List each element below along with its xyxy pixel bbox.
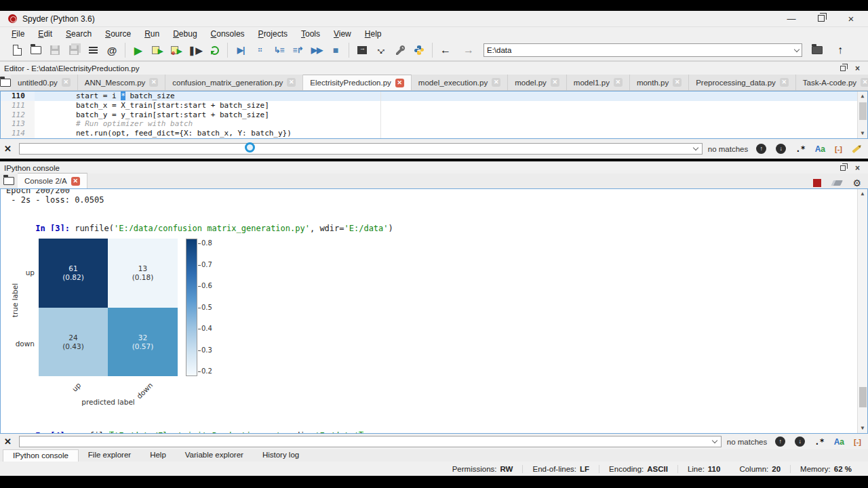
close-tab-icon[interactable]: ✕ [780, 78, 789, 87]
undock-pane-icon[interactable] [840, 66, 846, 71]
clear-console-icon[interactable] [831, 180, 844, 186]
console-scrollbar-thumb[interactable] [859, 387, 867, 407]
minimize-button[interactable]: — [787, 14, 796, 24]
bottom-tab-help[interactable]: Help [140, 449, 176, 462]
find-history-chevron-icon[interactable] [711, 438, 717, 443]
close-pane-icon[interactable]: × [855, 64, 860, 73]
tab-task-a-code[interactable]: Task-A-code.py✕ [796, 75, 868, 90]
regex-toggle-icon[interactable]: .* [795, 144, 805, 154]
parent-directory-button[interactable]: ↑ [832, 42, 848, 58]
debug-step-into-button[interactable]: ↳≡ [271, 42, 287, 58]
tab-electrisitypreduction[interactable]: ElectrisityPreduction.py✕ [303, 75, 412, 90]
browse-tabs-button[interactable] [0, 75, 11, 90]
tab-ann-mescom[interactable]: ANN_Mescom.py✕ [78, 75, 165, 90]
close-tab-icon[interactable]: ✕ [149, 78, 158, 87]
menu-tools[interactable]: Tools [295, 28, 326, 39]
close-pane-icon[interactable]: × [855, 163, 860, 173]
code-line-111[interactable]: 111 batch_x = X_train[start:start + batc… [1, 101, 867, 110]
tab-untitled0[interactable]: untitled0.py✕ [11, 75, 78, 90]
open-file-button[interactable] [28, 42, 44, 58]
debug-continue-button[interactable]: ▶▶ [309, 42, 325, 58]
whole-word-toggle-icon[interactable]: [-] [854, 438, 861, 446]
scroll-down-icon[interactable]: ▼ [858, 424, 867, 433]
file-switcher-button[interactable] [85, 42, 101, 58]
tab-model[interactable]: model.py✕ [508, 75, 567, 90]
working-directory-combo[interactable]: E:\data [484, 43, 802, 57]
tab-month[interactable]: month.py✕ [630, 75, 689, 90]
tab-preprocessing-data[interactable]: Preprocessing_data.py✕ [689, 75, 796, 90]
tab-model-execution[interactable]: model_execution.py✕ [412, 75, 508, 90]
bottom-tab-file-explorer[interactable]: File explorer [79, 449, 140, 462]
case-sensitive-toggle-icon[interactable]: Aa [834, 437, 844, 447]
browse-directory-button[interactable] [809, 42, 825, 58]
highlight-matches-icon[interactable] [852, 144, 861, 152]
interrupt-kernel-icon[interactable] [813, 179, 821, 187]
menu-source[interactable]: Source [99, 28, 137, 39]
run-cell-advance-button[interactable]: ▶e [168, 42, 184, 58]
menu-projects[interactable]: Projects [252, 28, 294, 39]
console-scrollbar[interactable]: ▲ ▼ [857, 189, 867, 433]
restore-button[interactable] [816, 14, 826, 24]
regex-toggle-icon[interactable]: .* [814, 437, 824, 447]
menu-view[interactable]: View [328, 28, 357, 39]
whole-word-toggle-icon[interactable]: [-] [835, 145, 842, 153]
code-line-114[interactable]: 114 net.run(opt, feed_dict={X: batch_x, … [1, 129, 867, 138]
run-cell-button[interactable]: ▶ [149, 42, 165, 58]
python-env-button[interactable] [411, 42, 427, 58]
close-find-icon[interactable]: ✕ [4, 144, 14, 154]
menu-search[interactable]: Search [60, 28, 98, 39]
menu-file[interactable]: File [5, 28, 31, 39]
close-tab-icon[interactable]: ✕ [861, 78, 868, 87]
debug-step-button[interactable]: ꞉꞉ [252, 42, 268, 58]
code-line-110[interactable]: 110 start = i * batch_size [1, 92, 867, 101]
close-find-icon[interactable]: ✕ [4, 436, 14, 447]
new-file-button[interactable] [9, 42, 25, 58]
menu-run[interactable]: Run [138, 28, 165, 39]
scroll-up-icon[interactable]: ▲ [858, 92, 867, 101]
close-button[interactable]: × [846, 13, 856, 24]
code-line-112[interactable]: 112 batch_y = y_train[start:start + batc… [1, 110, 867, 120]
editor-scrollbar-thumb[interactable] [859, 102, 867, 120]
undock-pane-icon[interactable] [840, 165, 846, 171]
maximize-pane-button[interactable] [373, 42, 389, 58]
close-tab-icon[interactable]: ✕ [492, 78, 500, 87]
editor-scrollbar[interactable]: ▲ ▼ [857, 92, 867, 138]
find-next-icon[interactable]: ↓ [795, 436, 805, 447]
close-tab-icon[interactable]: ✕ [551, 78, 559, 87]
close-tab-icon[interactable]: ✕ [614, 78, 623, 87]
close-tab-icon[interactable]: ✕ [287, 78, 296, 87]
find-history-chevron-icon[interactable] [692, 145, 698, 150]
close-tab-icon[interactable]: ✕ [673, 78, 682, 87]
chevron-down-icon[interactable] [794, 46, 800, 52]
console-output[interactable]: Epoch 200/200 - 2s - loss: 0.0505 In [3]… [0, 188, 868, 434]
find-previous-icon[interactable]: ↑ [775, 436, 785, 447]
bottom-tab-ipython-console[interactable]: IPython console [3, 449, 79, 462]
find-next-icon[interactable]: ↓ [776, 144, 786, 154]
run-file-button[interactable]: ▶ [130, 42, 146, 58]
tab-console-2a[interactable]: Console 2/A✕ [18, 173, 87, 188]
debug-step-return-button[interactable]: ≡↱ [290, 42, 306, 58]
save-all-button[interactable] [66, 42, 82, 58]
save-button[interactable] [47, 42, 63, 58]
rerun-button[interactable] [206, 42, 222, 58]
tab-model1[interactable]: model1.py✕ [567, 75, 630, 90]
close-tab-icon[interactable]: ✕ [395, 79, 404, 87]
case-sensitive-toggle-icon[interactable]: Aa [815, 144, 825, 154]
console-in4-line[interactable]: In [4]: runfile('E:/data/ElectrisityPred… [6, 422, 363, 434]
bottom-tab-variable-explorer[interactable]: Variable explorer [176, 449, 253, 462]
scroll-up-icon[interactable]: ▲ [858, 189, 867, 199]
debug-file-button[interactable]: ▶| [233, 42, 249, 58]
tools-button[interactable] [392, 42, 408, 58]
nav-back-button[interactable]: ← [437, 42, 454, 58]
find-previous-icon[interactable]: ↑ [756, 144, 766, 154]
menu-consoles[interactable]: Consoles [205, 28, 251, 39]
browse-consoles-button[interactable] [0, 173, 18, 188]
bottom-tab-history-log[interactable]: History log [253, 449, 309, 462]
close-tab-icon[interactable]: ✕ [62, 78, 71, 87]
tab-confusion-matrix-generation[interactable]: confusion_matrix_generation.py✕ [165, 75, 303, 90]
code-editor[interactable]: 110 start = i * batch_size 111 batch_x =… [0, 91, 868, 139]
code-line-113[interactable]: 113 # Run optimizer with batch [1, 119, 867, 129]
run-selection-button[interactable]: ❚▶ [187, 42, 203, 58]
close-tab-icon[interactable]: ✕ [71, 177, 80, 186]
editor-find-input[interactable] [19, 143, 703, 155]
